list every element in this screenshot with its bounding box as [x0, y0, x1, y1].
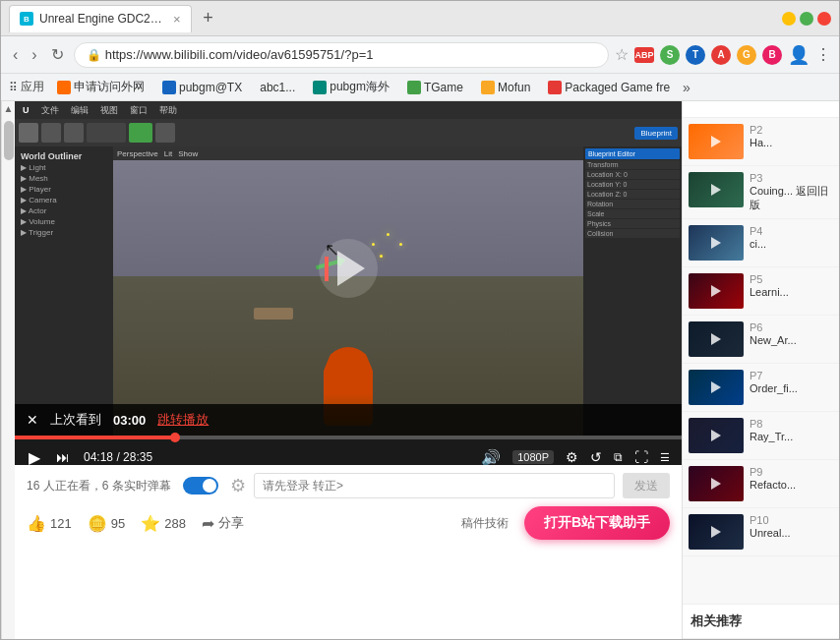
sidebar-info-p6: P6 New_Ar... [750, 321, 833, 347]
bookmark-pubgm-tx[interactable]: pubgm@TX [157, 79, 247, 96]
back-button[interactable]: ‹ [9, 44, 22, 66]
video-content: U 文件 编辑 视图 窗口 帮助 [15, 101, 682, 436]
maximize-button[interactable] [800, 12, 813, 26]
sidebar-thumb-play-icon-p6 [711, 333, 721, 345]
fullscreen-button[interactable]: ⛶ [634, 449, 648, 465]
star-icon: ⭐ [141, 514, 160, 533]
sidebar-thumb-play-icon-p10 [711, 526, 721, 538]
sidebar-item-p7[interactable]: P7 Order_fi... [683, 364, 839, 412]
bookmark-pubgm-overseas[interactable]: pubgm海外 [308, 77, 394, 97]
prev-watch-text: 上次看到 [50, 411, 101, 429]
sidebar-ep-p8: P8 [750, 418, 833, 430]
article-button[interactable]: 稿件技術 [461, 515, 509, 532]
settings-button[interactable]: ⚙ [566, 449, 578, 465]
sidebar-item-p9[interactable]: P9 Refacto... [683, 460, 839, 508]
coin-icon: 🪙 [88, 514, 107, 533]
sidebar-thumb-play-icon-p3 [711, 184, 721, 196]
sidebar-item-p4[interactable]: P4 ci... [683, 219, 839, 267]
like-icon: 👍 [27, 514, 46, 533]
forward-button[interactable]: › [28, 44, 40, 66]
progress-fill [15, 436, 175, 439]
sidebar-ep-p3: P3 [750, 172, 833, 184]
lock-icon: 🔒 [87, 48, 101, 62]
share-button[interactable]: ➦ 分享 [202, 514, 244, 533]
danmaku-toggle[interactable] [183, 477, 218, 495]
scroll-track[interactable] [2, 116, 15, 639]
live-bar: 16 人正在看，6 条实时弹幕 ⚙ 发送 [27, 473, 670, 498]
play-overlay[interactable] [15, 101, 682, 436]
bookmark-label-packaged: Packaged Game fre [565, 81, 670, 94]
extension-s-icon[interactable]: S [660, 45, 680, 65]
active-tab[interactable]: B Unreal Engine GDC2019 技 × [9, 5, 192, 32]
sidebar-thumb-p8 [689, 418, 744, 453]
like-button[interactable]: 👍 121 [27, 514, 72, 533]
scroll-up-icon[interactable]: ▲ [2, 101, 16, 116]
bookmark-abc[interactable]: abc1... [255, 79, 300, 96]
jump-to-prev-button[interactable]: 跳转播放 [157, 411, 209, 429]
minimize-button[interactable] [782, 12, 796, 26]
sidebar-info-p10: P10 Unreal... [750, 514, 833, 540]
bookmark-mofun[interactable]: Mofun [476, 79, 535, 96]
volume-button[interactable]: 🔊 [481, 448, 501, 466]
prev-watch-close-icon[interactable]: ✕ [27, 412, 38, 428]
extension-a-icon[interactable]: A [711, 45, 731, 65]
comment-input[interactable] [254, 473, 615, 498]
sidebar-thumb-play-p8 [689, 418, 744, 453]
danmaku-settings-icon[interactable]: ⚙ [230, 475, 246, 496]
loop-button[interactable]: ↺ [590, 449, 602, 465]
sidebar-item-p3[interactable]: P3 Couing... 返回旧版 [683, 166, 839, 219]
sidebar-item-p2[interactable]: P2 Ha... [683, 118, 839, 166]
controls-bar: ▶ ⏭ 04:18 / 28:35 🔊 1080P ⚙ ↺ ⧉ ⛶ ☰ [15, 439, 682, 465]
send-button[interactable]: 发送 [623, 473, 670, 498]
sidebar-info-p3: P3 Couing... 返回旧版 [750, 172, 833, 212]
progress-bar[interactable] [15, 436, 682, 439]
sidebar-thumb-play-p7 [689, 370, 744, 405]
star-count: 288 [164, 516, 186, 531]
extension-t-icon[interactable]: T [686, 45, 705, 65]
video-player[interactable]: U 文件 编辑 视图 窗口 帮助 [15, 101, 682, 465]
sidebar-item-p6[interactable]: P6 New_Ar... [683, 316, 839, 364]
sidebar-info-p9: P9 Refacto... [750, 466, 833, 492]
menu-icon[interactable]: ⋮ [815, 45, 831, 64]
below-video: 16 人正在看，6 条实时弹幕 ⚙ 发送 👍 121 🪙 95 [15, 465, 682, 548]
right-sidebar: P2 Ha... P3 Couing... 返回旧版 [682, 101, 839, 639]
quality-button[interactable]: 1080P [512, 450, 554, 464]
sidebar-item-p8[interactable]: P8 Ray_Tr... [683, 412, 839, 460]
reload-button[interactable]: ↻ [47, 43, 68, 66]
scrollbar[interactable]: ▲ [1, 101, 15, 639]
play-large-button[interactable] [319, 239, 378, 298]
bookmark-shenqing[interactable]: 申请访问外网 [52, 77, 150, 97]
pip-button[interactable]: ⧉ [614, 450, 623, 464]
sidebar-title-p4: ci... [750, 237, 833, 251]
share-label: 分享 [218, 514, 244, 532]
sidebar-thumb-p7 [689, 370, 744, 405]
play-pause-button[interactable]: ▶ [27, 448, 42, 466]
scroll-thumb[interactable] [4, 121, 14, 160]
bookmark-tgame[interactable]: TGame [402, 79, 468, 96]
close-button[interactable] [817, 12, 831, 26]
coin-button[interactable]: 🪙 95 [88, 514, 125, 533]
bookmark-star-icon[interactable]: ☆ [615, 45, 629, 64]
bookmarks-bar: ⠿ 应用 申请访问外网 pubgm@TX abc1... pubgm海外 TGa… [1, 74, 839, 101]
extension-g-icon[interactable]: G [737, 45, 756, 65]
danmaku-button[interactable]: ☰ [660, 451, 670, 464]
abp-icon[interactable]: ABP [634, 47, 654, 63]
new-tab-button[interactable]: + [196, 6, 221, 31]
progress-handle[interactable] [170, 433, 180, 442]
address-input[interactable]: 🔒 https://www.bilibili.com/video/av61595… [74, 42, 609, 68]
bookmark-packaged[interactable]: Packaged Game fre [543, 79, 675, 96]
user-icon[interactable]: 👤 [788, 44, 810, 66]
sidebar-item-p10[interactable]: P10 Unreal... [683, 508, 839, 556]
sidebar-thumb-play-icon-p5 [711, 285, 721, 297]
next-button[interactable]: ⏭ [54, 449, 72, 465]
bookmarks-more-icon[interactable]: » [683, 80, 690, 95]
tab-favicon: B [20, 12, 33, 26]
sidebar-ep-p5: P5 [750, 273, 833, 285]
extension-b-icon[interactable]: B [762, 45, 782, 65]
download-helper-button[interactable]: 打开B站下载助手 [524, 506, 670, 540]
bookmark-label-mofun: Mofun [498, 81, 530, 94]
star-button[interactable]: ⭐ 288 [141, 514, 186, 533]
sidebar-item-p5[interactable]: P5 Learni... [683, 267, 839, 316]
tab-close-icon[interactable]: × [173, 12, 181, 27]
apps-button[interactable]: ⠿ 应用 [9, 79, 44, 95]
